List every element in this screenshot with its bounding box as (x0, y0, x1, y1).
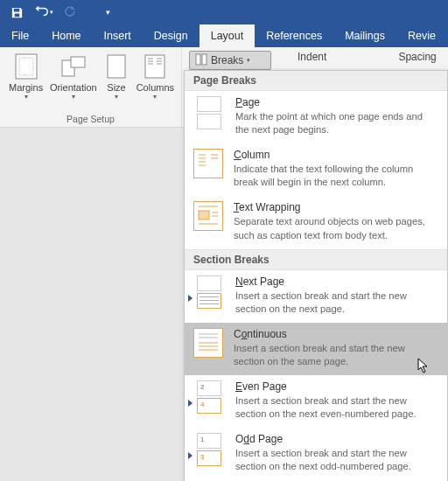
page-break-icon (193, 96, 225, 129)
text-wrapping-icon (193, 201, 223, 231)
tab-file[interactable]: File (0, 24, 40, 47)
ribbon: Margins▾ Orientation▾ Size▾ Columns▾ (0, 47, 448, 128)
section-header-section-breaks: Section Breaks (185, 249, 447, 270)
menu-item-page-break[interactable]: Page Mark the point at which one page en… (185, 91, 447, 143)
menu-item-column-break[interactable]: Column Indicate that the text following … (185, 143, 447, 196)
margins-icon (12, 52, 40, 80)
group-page-setup: Margins▾ Orientation▾ Size▾ Columns▾ (0, 47, 182, 127)
svg-rect-13 (202, 54, 206, 65)
tab-home[interactable]: Home (40, 24, 92, 47)
ribbon-tabs: File Home Insert Design Layout Reference… (0, 24, 448, 47)
breaks-icon (195, 53, 207, 68)
tab-review[interactable]: Revie (396, 24, 447, 47)
svg-rect-4 (108, 55, 125, 78)
menu-item-continuous[interactable]: Continuous Insert a section break and st… (185, 323, 447, 375)
menu-item-even-page[interactable]: 2 4 Even Page Insert a section break and… (185, 375, 447, 428)
quick-access-toolbar: ▾ ▾ (0, 0, 448, 24)
menu-item-desc: Mark the point at which one page ends an… (235, 110, 438, 136)
undo-button[interactable]: ▾ (32, 2, 54, 23)
column-break-icon (193, 149, 223, 178)
odd-page-icon: 1 3 (193, 433, 225, 466)
tab-layout[interactable]: Layout (200, 24, 256, 47)
svg-rect-20 (199, 211, 209, 220)
tab-design[interactable]: Design (143, 24, 200, 47)
size-button[interactable]: Size▾ (100, 51, 132, 114)
menu-item-next-page[interactable]: Next Page Insert a section break and sta… (185, 270, 447, 323)
orientation-button[interactable]: Orientation▾ (48, 51, 98, 114)
svg-rect-3 (71, 57, 85, 67)
mouse-cursor-icon (417, 358, 430, 377)
breaks-dropdown-menu: Page Breaks Page Mark the point at which… (184, 70, 448, 481)
menu-item-odd-page[interactable]: 1 3 Odd Page Insert a section break and … (185, 428, 447, 480)
save-button[interactable] (5, 2, 28, 23)
breaks-label: Breaks (211, 54, 243, 66)
continuous-icon (193, 328, 223, 358)
columns-button[interactable]: Columns▾ (135, 51, 176, 114)
tab-mailings[interactable]: Mailings (333, 24, 396, 47)
menu-item-title: Page (235, 96, 438, 108)
size-icon (102, 52, 130, 80)
breaks-dropdown-button[interactable]: Breaks ▾ (189, 51, 271, 70)
qat-customize-button[interactable]: ▾ (96, 2, 119, 23)
even-page-icon: 2 4 (193, 380, 225, 414)
orientation-icon (60, 52, 88, 80)
next-page-icon (193, 275, 225, 309)
svg-rect-12 (196, 54, 200, 65)
tab-references[interactable]: References (255, 24, 333, 47)
margins-button[interactable]: Margins▾ (5, 51, 46, 114)
columns-icon (141, 52, 169, 80)
redo-button[interactable] (58, 2, 80, 23)
group-label-page-setup: Page Setup (5, 114, 176, 125)
tab-insert[interactable]: Insert (93, 24, 143, 47)
menu-item-text-wrapping[interactable]: Text Wrapping Separate text around objec… (185, 196, 447, 248)
section-header-page-breaks: Page Breaks (185, 71, 447, 91)
